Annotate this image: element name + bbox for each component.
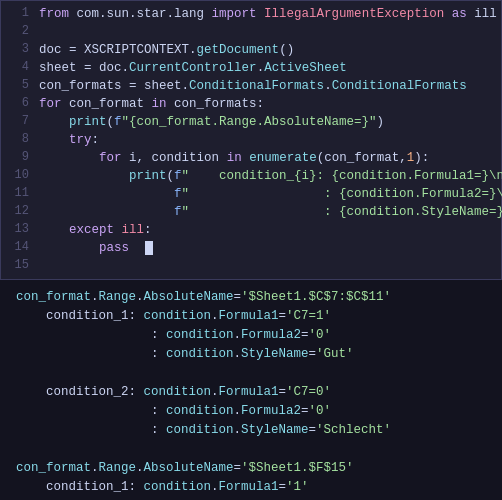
output-cond-1-2-sn: : condition.StyleName='Schlecht' [16,421,486,440]
code-line-3: 3 doc = XSCRIPTCONTEXT.getDocument() [1,41,501,59]
output-cond-2-1-label: condition_1: condition.Formula1='1' [16,478,486,497]
code-line-4: 4 sheet = doc.CurrentController.ActiveSh… [1,59,501,77]
line-content-4: sheet = doc.CurrentController.ActiveShee… [39,59,347,77]
line-content-8: try: [39,131,99,149]
line-content-11: f" : {condition.Formula2=}\n" [39,185,502,203]
line-content-7: print(f"{con_format.Range.AbsoluteName=}… [39,113,384,131]
line-num-3: 3 [7,41,29,56]
output-blank-2 [16,440,486,459]
output-cond-1-2-f2: : condition.Formula2='0' [16,402,486,421]
cursor [145,241,153,255]
output-cond-1-2-label: condition_2: condition.Formula1='C7=0' [16,383,486,402]
line-num-14: 14 [7,239,29,254]
output-cond-1-1-sn: : condition.StyleName='Gut' [16,345,486,364]
line-num-11: 11 [7,185,29,200]
code-line-6: 6 for con_format in con_formats: [1,95,501,113]
line-num-5: 5 [7,77,29,92]
line-num-13: 13 [7,221,29,236]
code-line-1: 1 from com.sun.star.lang import IllegalA… [1,5,501,23]
output-blank-1 [16,364,486,383]
output-cond-1-1-label: condition_1: condition.Formula1='C7=1' [16,307,486,326]
code-section: 1 from com.sun.star.lang import IllegalA… [0,0,502,280]
line-content-3: doc = XSCRIPTCONTEXT.getDocument() [39,41,294,59]
line-num-2: 2 [7,23,29,38]
code-editor: 1 from com.sun.star.lang import IllegalA… [0,0,502,500]
code-line-12: 12 f" : {condition.StyleName=}\n") [1,203,501,221]
line-num-6: 6 [7,95,29,110]
line-content-12: f" : {condition.StyleName=}\n") [39,203,502,221]
line-num-4: 4 [7,59,29,74]
code-line-14: 14 pass [1,239,501,257]
line-content-14: pass [39,239,153,257]
output-range-1: con_format.Range.AbsoluteName='$Sheet1.$… [16,288,486,307]
line-num-15: 15 [7,257,29,272]
code-line-10: 10 print(f" condition_{i}: {condition.Fo… [1,167,501,185]
line-content-1: from com.sun.star.lang import IllegalArg… [39,5,497,23]
code-line-9: 9 for i, condition in enumerate(con_form… [1,149,501,167]
line-content-9: for i, condition in enumerate(con_format… [39,149,429,167]
line-num-12: 12 [7,203,29,218]
line-content-15 [39,257,47,275]
output-range-2: con_format.Range.AbsoluteName='$Sheet1.$… [16,459,486,478]
code-line-13: 13 except ill: [1,221,501,239]
line-content-10: print(f" condition_{i}: {condition.Formu… [39,167,502,185]
code-line-7: 7 print(f"{con_format.Range.AbsoluteName… [1,113,501,131]
output-section: con_format.Range.AbsoluteName='$Sheet1.$… [0,280,502,500]
line-num-9: 9 [7,149,29,164]
line-content-5: con_formats = sheet.ConditionalFormats.C… [39,77,467,95]
line-content-13: except ill: [39,221,152,239]
line-content-2 [39,23,47,41]
line-num-8: 8 [7,131,29,146]
line-num-7: 7 [7,113,29,128]
code-line-2: 2 [1,23,501,41]
code-line-5: 5 con_formats = sheet.ConditionalFormats… [1,77,501,95]
line-num-1: 1 [7,5,29,20]
code-line-11: 11 f" : {condition.Formula2=}\n" [1,185,501,203]
code-line-8: 8 try: [1,131,501,149]
line-content-6: for con_format in con_formats: [39,95,264,113]
output-cond-1-1-f2: : condition.Formula2='0' [16,326,486,345]
code-line-15: 15 [1,257,501,275]
line-num-10: 10 [7,167,29,182]
